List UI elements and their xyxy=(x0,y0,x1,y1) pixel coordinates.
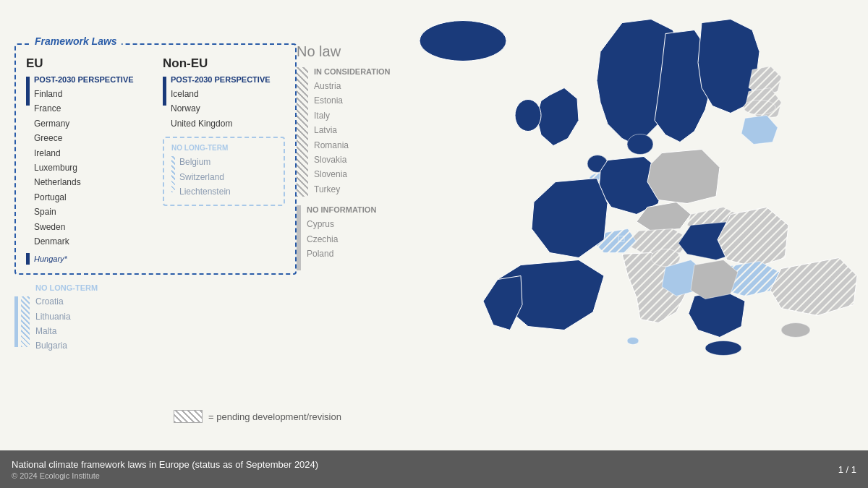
list-item: Switzerland xyxy=(179,170,231,184)
ireland-shape xyxy=(515,100,541,132)
list-item: Finland xyxy=(34,87,134,101)
noneu-country-list: Iceland Norway United Kingdom xyxy=(171,87,271,131)
poland-shape xyxy=(647,150,720,204)
eu-longterm-list: Croatia Lithuania Malta Bulgaria xyxy=(35,294,98,354)
map-area xyxy=(376,0,868,450)
noneu-perspective-label: POST-2030 PERSPECTIVE xyxy=(171,75,271,84)
pending-swatch-icon xyxy=(174,410,203,423)
list-item: Portugal xyxy=(34,190,134,205)
list-item: Iceland xyxy=(171,87,271,101)
noneu-longterm-list: Belgium Switzerland Liechtenstein xyxy=(179,155,231,199)
denmark-shape xyxy=(627,134,653,155)
list-item: Cyprus xyxy=(307,217,376,231)
list-item: Croatia xyxy=(35,294,98,309)
list-item: France xyxy=(34,101,134,116)
cyprus-shape xyxy=(781,323,810,338)
noneu-column: Non-EU POST-2030 PERSPECTIVE Iceland Nor… xyxy=(163,56,285,265)
no-info-label: NO INFORMATION xyxy=(307,205,376,214)
noneu-longterm-label: NO LONG-TERM xyxy=(171,144,276,152)
noneu-inner-box: NO LONG-TERM Belgium Switzerland Liechte… xyxy=(163,137,285,206)
no-info-bar xyxy=(297,205,301,270)
legend-panel: Framework Laws EU POST-2030 PERSPECTIVE … xyxy=(14,43,297,354)
eu-longterm-section: NO LONG-TERM Croatia Lithuania Malta Bul… xyxy=(14,283,297,354)
consideration-hatched-bar xyxy=(297,67,308,197)
bottom-bar: National climate framework laws in Europ… xyxy=(0,450,868,488)
list-item: Lithuania xyxy=(35,309,98,324)
no-law-section: No law IN CONSIDERATION Austria Estonia … xyxy=(297,43,441,279)
page-number: 1 / 1 xyxy=(838,464,856,475)
framework-laws-box: Framework Laws EU POST-2030 PERSPECTIVE … xyxy=(14,43,297,275)
bottom-bar-title: National climate framework laws in Europ… xyxy=(12,459,318,470)
list-item: Bulgaria xyxy=(35,338,98,353)
list-item: Latvia xyxy=(314,123,391,137)
list-item: Czechia xyxy=(307,232,376,247)
list-item: Sweden xyxy=(34,220,134,234)
noneu-perspective-bar xyxy=(163,77,166,106)
eu-column: EU POST-2030 PERSPECTIVE Finland France … xyxy=(26,56,148,265)
no-info-country-list: Cyprus Czechia Poland xyxy=(307,217,376,261)
list-item: Germany xyxy=(34,116,134,131)
list-item: United Kingdom xyxy=(171,116,271,131)
eu-perspective-label: POST-2030 PERSPECTIVE xyxy=(34,75,134,84)
consideration-country-list: Austria Estonia Italy Latvia Romania Slo… xyxy=(314,79,391,197)
eu-perspective-bar xyxy=(26,77,30,106)
list-item: Greece xyxy=(34,131,134,145)
list-item: Liechtenstein xyxy=(179,184,231,199)
noneu-longterm-bar xyxy=(171,156,175,192)
eu-country-list: Finland France Germany Greece Ireland Lu… xyxy=(34,87,134,249)
liechtenstein-shape xyxy=(618,236,624,242)
framework-laws-title: Framework Laws xyxy=(30,35,122,47)
pending-text: = pending development/revision xyxy=(208,411,341,422)
list-item: Slovakia xyxy=(314,153,391,167)
eu-longterm-label: NO LONG-TERM xyxy=(35,283,98,292)
europe-map xyxy=(376,0,868,450)
list-item: Turkey xyxy=(314,182,391,197)
list-item: Romania xyxy=(314,138,391,153)
list-item: Poland xyxy=(307,247,376,261)
eu-header: EU xyxy=(26,56,148,71)
list-item: Austria xyxy=(314,79,391,93)
hungary-note: Hungary* xyxy=(26,253,148,265)
list-item: Netherlands xyxy=(34,175,134,189)
slovenia-shape xyxy=(651,249,680,267)
consideration-label: IN CONSIDERATION xyxy=(314,67,391,76)
list-item: Denmark xyxy=(34,234,134,249)
list-item: Slovenia xyxy=(314,167,391,181)
no-law-title: No law xyxy=(297,43,441,60)
no-info-block: NO INFORMATION Cyprus Czechia Poland xyxy=(297,205,441,270)
list-item: Ireland xyxy=(34,146,134,160)
list-item: Norway xyxy=(171,101,271,116)
list-item: Estonia xyxy=(314,93,391,108)
pending-note: = pending development/revision xyxy=(174,410,341,423)
list-item: Belgium xyxy=(179,155,231,169)
list-item: Malta xyxy=(35,324,98,338)
list-item: Italy xyxy=(314,108,391,123)
list-item: Luxemburg xyxy=(34,160,134,175)
crete-shape xyxy=(705,341,741,356)
estonia2-shape xyxy=(744,100,775,115)
copyright-text: © 2024 Ecologic Institute xyxy=(12,471,318,480)
noneu-header: Non-EU xyxy=(163,56,285,71)
consideration-block: IN CONSIDERATION Austria Estonia Italy L… xyxy=(297,67,441,197)
malta-shape xyxy=(627,338,639,345)
list-item: Spain xyxy=(34,205,134,219)
